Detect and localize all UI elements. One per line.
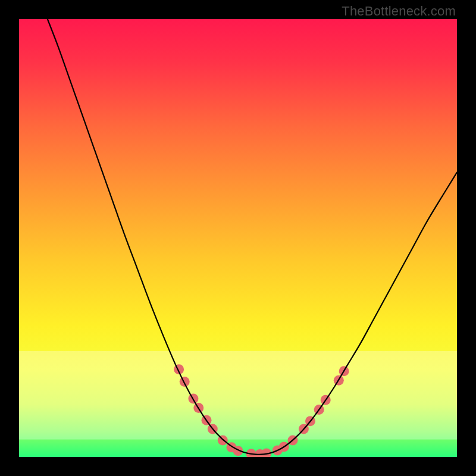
chart-svg	[19, 19, 457, 457]
highlight-band	[19, 351, 457, 440]
chart-frame	[19, 19, 457, 457]
curve-marker	[180, 377, 190, 387]
watermark-text: TheBottleneck.com	[342, 4, 456, 19]
